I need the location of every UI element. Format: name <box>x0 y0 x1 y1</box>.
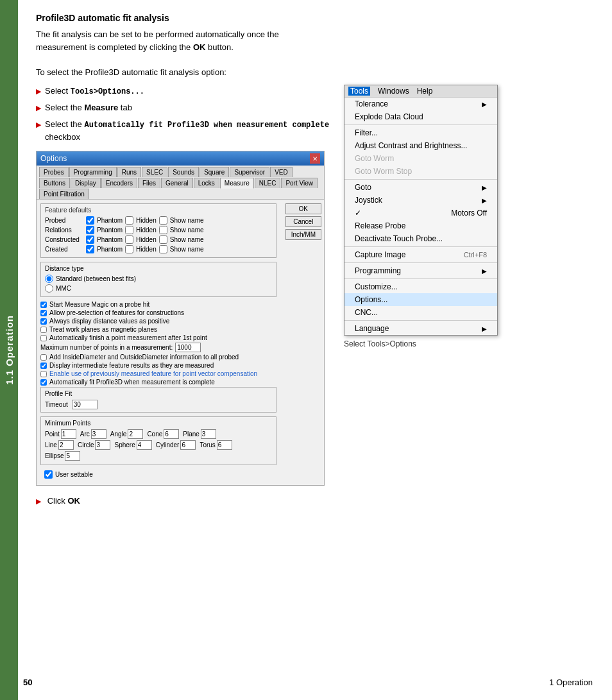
menu-options[interactable]: Options... <box>344 293 497 306</box>
mp-arc-input[interactable] <box>91 429 106 439</box>
menu-joystick[interactable]: Joystick ▶ <box>344 194 497 207</box>
menu-goto-label: Goto <box>355 183 371 192</box>
menu-motors-off[interactable]: ✓ Motors Off <box>344 207 497 219</box>
menu-goto[interactable]: Goto ▶ <box>344 181 497 194</box>
tab-locks[interactable]: Locks <box>194 178 219 188</box>
tab-runs[interactable]: Runs <box>117 167 141 177</box>
radio-mmc-label: MMC <box>56 285 71 292</box>
tab-programming[interactable]: Programming <box>69 167 117 177</box>
menu-deactivate-touch[interactable]: Deactivate Touch Probe... <box>344 232 497 245</box>
cb-add-diameter-input[interactable] <box>40 354 47 361</box>
mp-circle-input[interactable] <box>95 440 110 450</box>
dialog-title-bar: Options ✕ <box>37 151 324 166</box>
menubar-windows[interactable]: Windows <box>378 87 409 96</box>
tab-general[interactable]: General <box>161 178 193 188</box>
fd-phantom-constructed[interactable] <box>86 235 94 244</box>
tab-nlec[interactable]: NLEC <box>255 178 281 188</box>
tab-pointfiltration[interactable]: Point Filtration <box>39 189 89 199</box>
mp-ellipse-input[interactable] <box>65 451 80 461</box>
menu-programming[interactable]: Programming ▶ <box>344 264 497 277</box>
mp-torus-input[interactable] <box>217 440 232 450</box>
menu-cnc[interactable]: CNC... <box>344 306 497 319</box>
mp-sphere-label: Sphere <box>114 441 135 448</box>
tab-display[interactable]: Display <box>71 178 101 188</box>
fd-showname-constructed[interactable] <box>159 235 167 244</box>
tab-portview[interactable]: Port View <box>281 178 318 188</box>
cb-display-intermediate-input[interactable] <box>40 363 47 369</box>
tab-slec[interactable]: SLEC <box>142 167 167 177</box>
mp-point-input[interactable] <box>61 429 76 439</box>
cb-auto-fit-profile: Automatically fit Profile3D when measure… <box>40 379 276 386</box>
menubar-tools[interactable]: Tools <box>348 87 370 96</box>
menu-release-probe[interactable]: Release Probe <box>344 219 497 232</box>
fd-showname-relations[interactable] <box>159 226 167 234</box>
tools-menu-bar: Tools Windows Help <box>344 85 497 98</box>
fd-hidden-label2: Hidden <box>136 226 157 234</box>
fd-hidden-probed[interactable] <box>125 216 133 225</box>
menu-language[interactable]: Language ▶ <box>344 322 497 335</box>
dialog-cancel-button[interactable]: Cancel <box>285 216 321 227</box>
fd-phantom-relations[interactable] <box>86 226 94 234</box>
menu-explode-label: Explode Data Cloud <box>355 112 423 121</box>
fd-hidden-created[interactable] <box>125 245 133 253</box>
fd-hidden-constructed[interactable] <box>125 235 133 244</box>
fd-showname-label4: Show name <box>170 246 204 253</box>
fd-phantom-created[interactable] <box>86 245 94 253</box>
menu-options-label: Options... <box>355 295 387 304</box>
radio-mmc-btn[interactable] <box>45 284 53 293</box>
fd-phantom-probed[interactable] <box>86 216 94 225</box>
side-tab: 1.1 Operation <box>0 0 18 700</box>
menu-customize[interactable]: Customize... <box>344 280 497 293</box>
cb-enable-use-input[interactable] <box>40 371 47 377</box>
tab-files[interactable]: Files <box>138 178 160 188</box>
menu-filter[interactable]: Filter... <box>344 126 497 139</box>
cb-auto-finish-input[interactable] <box>40 335 47 341</box>
user-settable-checkbox[interactable] <box>44 470 53 479</box>
dialog-title-text: Options <box>40 154 67 163</box>
fd-hidden-relations[interactable] <box>125 226 133 234</box>
menubar-help[interactable]: Help <box>417 87 433 96</box>
cb-work-planes-input[interactable] <box>40 327 47 333</box>
mp-cone-input[interactable] <box>164 429 179 439</box>
step-2-arrow: ▶ <box>36 103 41 114</box>
tab-measure[interactable]: Measure <box>220 178 254 189</box>
tab-ved[interactable]: VED <box>270 167 293 177</box>
radio-standard-btn[interactable] <box>45 275 53 283</box>
dialog-ok-button[interactable]: OK <box>285 203 321 214</box>
fd-showname-label2: Show name <box>170 226 204 234</box>
menu-capture-image-label: Capture Image <box>355 250 405 259</box>
mp-line-input[interactable] <box>58 440 74 450</box>
body-text-line1: The fit analysis can be set to be perfor… <box>36 30 279 52</box>
tab-supervisor[interactable]: Supervisor <box>230 167 269 177</box>
left-column: ▶ Select Tools>Options... ▶ Select the M… <box>36 85 331 506</box>
tab-buttons[interactable]: Buttons <box>39 178 70 188</box>
tab-square[interactable]: Square <box>200 167 229 177</box>
fd-showname-created[interactable] <box>159 245 167 253</box>
cb-max-points-input[interactable] <box>175 343 201 352</box>
menu-explode[interactable]: Explode Data Cloud <box>344 110 497 123</box>
menu-sep-5 <box>344 278 497 279</box>
fd-showname-probed[interactable] <box>159 216 167 225</box>
mp-plane-input[interactable] <box>201 429 216 439</box>
cb-distance-positive-input[interactable] <box>40 318 47 325</box>
cb-auto-fit-profile-input[interactable] <box>40 379 47 386</box>
mp-cylinder-input[interactable] <box>180 440 196 450</box>
menu-adjust-contrast[interactable]: Adjust Contrast and Brightness... <box>344 139 497 152</box>
dialog-inchmm-button[interactable]: Inch/MM <box>285 229 321 240</box>
mp-angle-input[interactable] <box>128 429 143 439</box>
tab-probes[interactable]: Probes <box>39 167 69 177</box>
fd-row-relations: Relations Phantom Hidden Show name <box>45 226 272 234</box>
cb-preselection-input[interactable] <box>40 310 47 316</box>
timeout-input[interactable] <box>72 400 98 409</box>
menu-programming-label: Programming <box>355 266 401 275</box>
dialog-close-button[interactable]: ✕ <box>310 153 320 164</box>
mp-sphere-input[interactable] <box>137 440 152 450</box>
distance-type-group: Distance type Standard (between best fit… <box>40 262 276 297</box>
cb-start-measure-magic-input[interactable] <box>40 302 47 308</box>
menu-capture-image[interactable]: Capture Image Ctrl+F8 <box>344 248 497 261</box>
tab-encoders[interactable]: Encoders <box>101 178 137 188</box>
tab-sounds[interactable]: Sounds <box>168 167 199 177</box>
mp-circle: Circle <box>78 440 111 450</box>
dialog-side-buttons: OK Cancel Inch/MM <box>283 200 324 485</box>
menu-tolerance[interactable]: Tolerance ▶ <box>344 98 497 110</box>
